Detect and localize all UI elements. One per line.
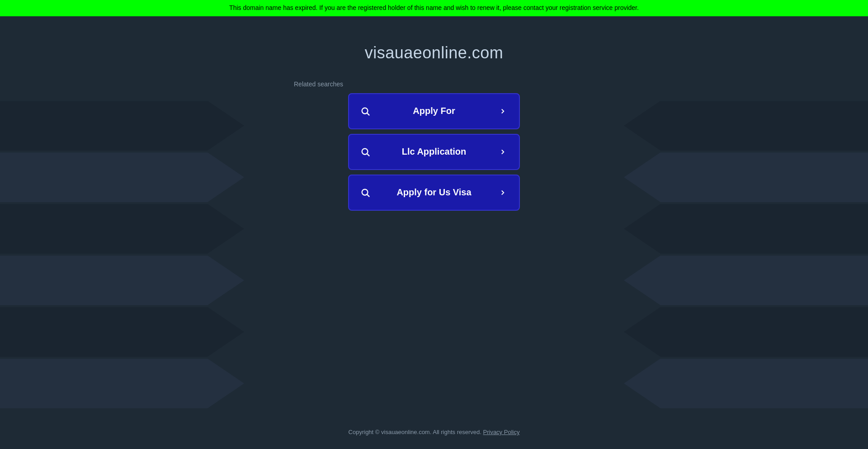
expired-domain-banner: This domain name has expired. If you are… xyxy=(0,0,868,16)
left-chevron-5 xyxy=(0,307,244,357)
search-cards-container: Apply For Llc Application xyxy=(348,93,520,211)
right-chevron-5 xyxy=(624,307,868,357)
svg-point-2 xyxy=(362,148,368,154)
apply-for-us-visa-label: Apply for Us Visa xyxy=(373,187,495,198)
search-icon-3 xyxy=(360,188,370,198)
chevron-right-icon-1 xyxy=(499,107,507,115)
search-icon-1 xyxy=(360,106,370,116)
chevron-right-icon-2 xyxy=(499,148,507,156)
llc-application-card[interactable]: Llc Application xyxy=(348,134,520,170)
related-searches-section: Related searches Apply For xyxy=(348,80,520,211)
chevron-icon-wrapper-3 xyxy=(495,185,510,200)
svg-line-5 xyxy=(367,194,369,197)
svg-point-0 xyxy=(362,108,368,113)
chevron-icon-wrapper-2 xyxy=(495,145,510,159)
main-content: visauaeonline.com Related searches Apply… xyxy=(0,16,868,211)
search-icon-2 xyxy=(360,147,370,157)
search-icon-wrapper-3 xyxy=(358,185,373,200)
footer-copyright: Copyright © visauaeonline.com. xyxy=(349,429,432,435)
svg-line-3 xyxy=(367,154,369,156)
footer: Copyright © visauaeonline.com. All right… xyxy=(0,429,868,435)
right-chevron-3 xyxy=(624,204,868,254)
apply-for-card[interactable]: Apply For xyxy=(348,93,520,129)
privacy-policy-link[interactable]: Privacy Policy xyxy=(483,429,520,435)
llc-application-label: Llc Application xyxy=(373,147,495,157)
left-chevron-3 xyxy=(0,204,244,254)
related-searches-label: Related searches xyxy=(294,80,343,88)
banner-text: This domain name has expired. If you are… xyxy=(229,4,639,11)
site-title: visauaeonline.com xyxy=(365,43,504,62)
left-chevron-4 xyxy=(0,255,244,305)
svg-point-4 xyxy=(362,189,368,195)
search-icon-wrapper-1 xyxy=(358,104,373,118)
chevron-right-icon-3 xyxy=(499,189,507,197)
right-chevron-4 xyxy=(624,255,868,305)
left-chevron-6 xyxy=(0,359,244,408)
apply-for-us-visa-card[interactable]: Apply for Us Visa xyxy=(348,175,520,211)
right-chevron-6 xyxy=(624,359,868,408)
chevron-icon-wrapper-1 xyxy=(495,104,510,118)
svg-line-1 xyxy=(367,113,369,115)
apply-for-label: Apply For xyxy=(373,106,495,116)
search-icon-wrapper-2 xyxy=(358,145,373,159)
footer-rights: All rights reserved. xyxy=(433,429,481,435)
